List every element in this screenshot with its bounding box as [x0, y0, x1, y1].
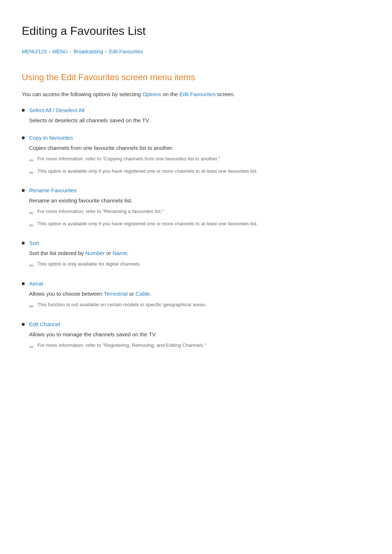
- list-item-copy: Copy to favourites Copies channels from …: [22, 134, 370, 177]
- item-desc-aerial: Allows you to choose between Terrestrial…: [29, 290, 370, 298]
- note-icon: ✏: [29, 156, 34, 165]
- item-desc-rename: Rename an existing favourite channels li…: [29, 196, 370, 205]
- breadcrumb-menu123[interactable]: MENU/123: [22, 48, 46, 56]
- note-text: This option is available only if you hav…: [37, 220, 258, 227]
- sort-link-name[interactable]: Name: [113, 250, 127, 256]
- sort-desc-before: Sort the list ordered by: [29, 250, 85, 256]
- aerial-desc-middle: or: [128, 291, 136, 297]
- bullet-dot: [22, 136, 25, 139]
- bullet-dot: [22, 109, 25, 112]
- intro-text-after: screen.: [216, 91, 235, 97]
- item-title-sort[interactable]: Sort: [29, 239, 39, 247]
- note-item: ✏ For more information, refer to "Regist…: [29, 342, 370, 352]
- note-icon: ✏: [29, 342, 34, 352]
- aerial-desc-before: Allows you to choose between: [29, 291, 104, 297]
- notes-copy: ✏ For more information, refer to "Copyin…: [29, 155, 370, 177]
- note-icon: ✏: [29, 302, 34, 311]
- note-text: For more information, refer to "Copying …: [37, 155, 220, 163]
- note-icon: ✏: [29, 261, 34, 271]
- note-item: ✏ This option is available only if you h…: [29, 220, 370, 230]
- aerial-link-cable[interactable]: Cable: [135, 291, 150, 297]
- notes-aerial: ✏ This function is not available on cert…: [29, 301, 370, 311]
- item-title-copy[interactable]: Copy to favourites: [29, 134, 73, 142]
- note-text: For more information, refer to "Register…: [37, 342, 206, 349]
- list-item-aerial: Aerial Allows you to choose between Terr…: [22, 279, 370, 311]
- breadcrumb-menu[interactable]: MENU: [53, 48, 68, 56]
- item-desc-select-all: Selects or deselects all channels saved …: [29, 116, 370, 125]
- breadcrumb-sep2: ›: [70, 48, 71, 56]
- note-text: This function is not available on certai…: [37, 301, 206, 308]
- note-text: For more information, refer to "Renaming…: [37, 208, 164, 215]
- item-title-edit-channel[interactable]: Edit Channel: [29, 320, 60, 329]
- intro-options-link[interactable]: Options: [142, 91, 161, 97]
- breadcrumb-edit-favourites[interactable]: Edit Favourites: [109, 48, 143, 56]
- intro-text-middle: on the: [161, 91, 179, 97]
- note-item: ✏ For more information, refer to "Copyin…: [29, 155, 370, 165]
- breadcrumb-sep1: ›: [49, 48, 50, 56]
- note-text: This option is available only if you hav…: [37, 168, 258, 175]
- list-item-rename: Rename Favourites Rename an existing fav…: [22, 186, 370, 230]
- notes-sort: ✏ This option is only available for digi…: [29, 260, 370, 271]
- breadcrumb-sep3: ›: [105, 48, 107, 56]
- item-title-aerial[interactable]: Aerial: [29, 279, 43, 288]
- note-icon: ✏: [29, 209, 34, 218]
- list-item-sort: Sort Sort the list ordered by Number or …: [22, 239, 370, 271]
- breadcrumb: MENU/123 › MENU › Broadcasting › Edit Fa…: [22, 48, 370, 56]
- page-title: Editing a Favourites List: [22, 15, 370, 40]
- list-item-select-all: Select All / Deselect All Selects or des…: [22, 106, 370, 125]
- sort-desc-after: .: [127, 250, 128, 256]
- intro-text-before: You can access the following options by …: [22, 91, 142, 97]
- note-icon: ✏: [29, 221, 34, 230]
- section-title: Using the Edit Favourites screen menu it…: [22, 70, 370, 84]
- note-item: ✏ This option is only available for digi…: [29, 260, 370, 271]
- item-desc-edit-channel: Allows you to manage the channels saved …: [29, 330, 370, 339]
- item-desc-sort: Sort the list ordered by Number or Name.: [29, 249, 370, 258]
- item-title-rename[interactable]: Rename Favourites: [29, 186, 77, 195]
- item-desc-copy: Copies channels from one favourite chann…: [29, 144, 370, 152]
- aerial-desc-after: .: [150, 291, 151, 297]
- notes-rename: ✏ For more information, refer to "Renami…: [29, 208, 370, 230]
- breadcrumb-broadcasting[interactable]: Broadcasting: [73, 48, 103, 56]
- item-title-select-all[interactable]: Select All / Deselect All: [29, 106, 85, 115]
- bullet-dot: [22, 323, 25, 326]
- note-text: This option is only available for digita…: [37, 260, 141, 268]
- content-list: Select All / Deselect All Selects or des…: [22, 106, 370, 352]
- bullet-dot: [22, 242, 25, 245]
- list-item-edit-channel: Edit Channel Allows you to manage the ch…: [22, 320, 370, 352]
- aerial-link-terrestrial[interactable]: Terrestrial: [104, 291, 128, 297]
- sort-desc-middle: or: [105, 250, 113, 256]
- intro-paragraph: You can access the following options by …: [22, 90, 370, 99]
- note-item: ✏ This option is available only if you h…: [29, 168, 370, 178]
- note-icon: ✏: [29, 168, 34, 178]
- sort-link-number[interactable]: Number: [85, 250, 105, 256]
- bullet-dot: [22, 189, 25, 192]
- bullet-dot: [22, 282, 25, 285]
- note-item: ✏ For more information, refer to "Renami…: [29, 208, 370, 218]
- intro-favourites-link[interactable]: Edit Favourites: [179, 91, 216, 97]
- notes-edit-channel: ✏ For more information, refer to "Regist…: [29, 342, 370, 352]
- note-item: ✏ This function is not available on cert…: [29, 301, 370, 311]
